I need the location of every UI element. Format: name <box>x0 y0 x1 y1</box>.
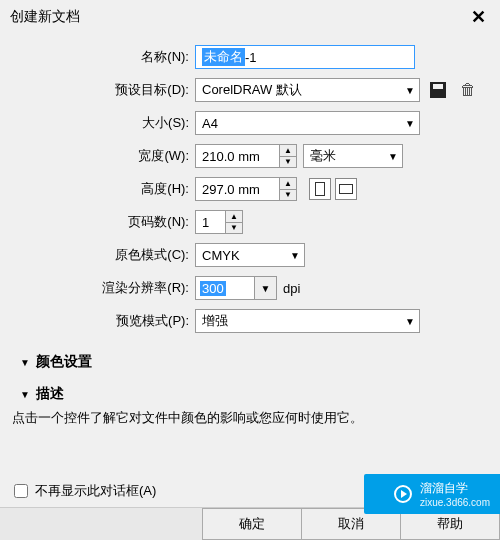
description-text: 点击一个控件了解它对文件中颜色的影响或您应何时使用它。 <box>0 405 500 437</box>
resolution-input[interactable]: 300 <box>195 276 255 300</box>
section-color-label: 颜色设置 <box>36 353 92 371</box>
play-icon <box>394 485 412 503</box>
section-desc-label: 描述 <box>36 385 64 403</box>
watermark-url: zixue.3d66.com <box>420 497 490 508</box>
dont-show-checkbox[interactable] <box>14 484 28 498</box>
preset-dropdown[interactable]: CorelDRAW 默认▼ <box>195 78 420 102</box>
label-name: 名称(N): <box>0 48 195 66</box>
resolution-combo[interactable]: 300 ▼ <box>195 276 277 300</box>
chevron-down-icon: ▼ <box>20 389 30 400</box>
trash-icon: 🗑 <box>460 81 476 99</box>
pages-down[interactable]: ▼ <box>226 223 242 234</box>
colormode-dropdown[interactable]: CMYK▼ <box>195 243 305 267</box>
close-icon[interactable]: ✕ <box>465 4 492 30</box>
label-resolution: 渲染分辨率(R): <box>0 279 195 297</box>
width-input[interactable] <box>195 144 279 168</box>
save-icon <box>430 82 446 98</box>
dont-show-label: 不再显示此对话框(A) <box>35 482 156 500</box>
resolution-caret[interactable]: ▼ <box>255 276 277 300</box>
pages-up[interactable]: ▲ <box>226 211 242 223</box>
label-pages: 页码数(N): <box>0 213 195 231</box>
label-preview: 预览模式(P): <box>0 312 195 330</box>
orientation-group <box>309 178 357 200</box>
label-height: 高度(H): <box>0 180 195 198</box>
delete-preset-button[interactable]: 🗑 <box>456 78 480 102</box>
pages-input[interactable] <box>195 210 225 234</box>
section-color-settings[interactable]: ▼ 颜色设置 <box>0 341 500 373</box>
orientation-landscape[interactable] <box>335 178 357 200</box>
label-colormode: 原色模式(C): <box>0 246 195 264</box>
pages-spinner[interactable]: ▲▼ <box>195 210 243 234</box>
height-down[interactable]: ▼ <box>280 190 296 201</box>
watermark-brand: 溜溜自学 <box>420 480 490 497</box>
label-preset: 预设目标(D): <box>0 81 195 99</box>
width-down[interactable]: ▼ <box>280 157 296 168</box>
watermark: 溜溜自学 zixue.3d66.com <box>364 474 500 514</box>
name-input[interactable]: 未命名 -1 <box>195 45 415 69</box>
section-description[interactable]: ▼ 描述 <box>0 373 500 405</box>
height-input[interactable] <box>195 177 279 201</box>
width-up[interactable]: ▲ <box>280 145 296 157</box>
height-spinner[interactable]: ▲▼ <box>195 177 297 201</box>
save-preset-button[interactable] <box>426 78 450 102</box>
units-dropdown[interactable]: 毫米▼ <box>303 144 403 168</box>
size-dropdown[interactable]: A4▼ <box>195 111 420 135</box>
preview-dropdown[interactable]: 增强▼ <box>195 309 420 333</box>
label-size: 大小(S): <box>0 114 195 132</box>
width-spinner[interactable]: ▲▼ <box>195 144 297 168</box>
orientation-portrait[interactable] <box>309 178 331 200</box>
chevron-down-icon: ▼ <box>20 357 30 368</box>
ok-button[interactable]: 确定 <box>202 508 302 540</box>
dialog-title: 创建新文档 <box>10 8 80 26</box>
resolution-unit: dpi <box>283 281 300 296</box>
height-up[interactable]: ▲ <box>280 178 296 190</box>
label-width: 宽度(W): <box>0 147 195 165</box>
